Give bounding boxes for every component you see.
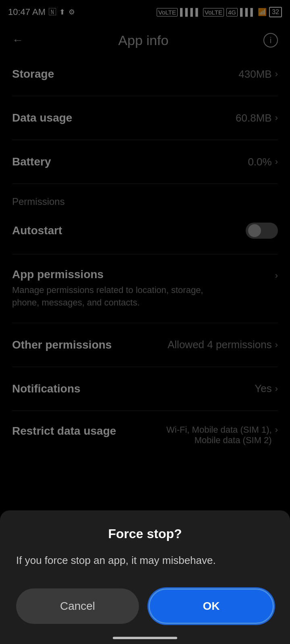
ok-button[interactable]: OK [149,588,274,624]
modal-message: If you force stop an app, it may misbeha… [16,553,274,568]
modal-title: Force stop? [16,526,274,541]
force-stop-dialog: Force stop? If you force stop an app, it… [0,510,290,644]
cancel-button[interactable]: Cancel [16,588,139,624]
modal-overlay: Force stop? If you force stop an app, it… [0,0,290,644]
home-bar [113,637,177,639]
modal-buttons: Cancel OK [16,588,274,624]
